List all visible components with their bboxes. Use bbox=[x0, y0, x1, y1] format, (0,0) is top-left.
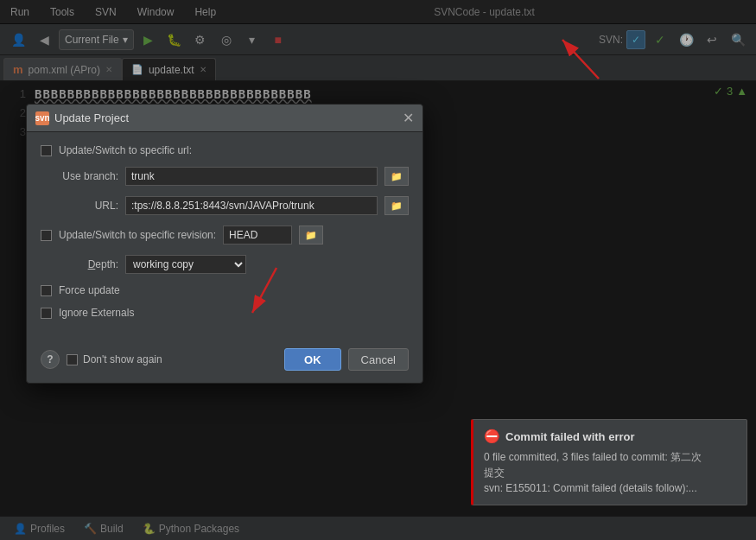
depth-select[interactable]: working copy infinity immediates files e… bbox=[125, 255, 246, 274]
depth-row: Depth: working copy infinity immediates … bbox=[41, 255, 409, 274]
checkbox-revision[interactable] bbox=[41, 230, 52, 241]
dialog-title-container: svn Update Project bbox=[35, 111, 129, 125]
error-body: 0 file committed, 3 files failed to comm… bbox=[484, 449, 736, 496]
checkbox-row-revision: Update/Switch to specific revision: 📁 bbox=[41, 226, 409, 245]
label-specific-url: Update/Switch to specific url: bbox=[59, 144, 192, 156]
branch-browse-btn[interactable]: 📁 bbox=[384, 167, 409, 186]
dialog-header: svn Update Project ✕ bbox=[27, 105, 422, 132]
checkbox-dont-show[interactable] bbox=[67, 354, 78, 365]
url-row: URL: 📁 bbox=[41, 196, 409, 215]
error-line2: 提交 bbox=[484, 465, 736, 480]
depth-label: Depth: bbox=[41, 258, 118, 270]
checkbox-specific-url[interactable] bbox=[41, 145, 52, 156]
branch-row: Use branch: 📁 bbox=[41, 167, 409, 186]
update-project-dialog: svn Update Project ✕ Update/Switch to sp… bbox=[26, 104, 423, 384]
checkbox-ignore-externals[interactable] bbox=[41, 308, 52, 319]
ignore-externals-row: Ignore Externals bbox=[41, 307, 409, 319]
dialog-svn-icon: svn bbox=[35, 111, 49, 125]
url-browse-btn[interactable]: 📁 bbox=[384, 196, 409, 215]
revision-input[interactable] bbox=[223, 226, 292, 245]
error-header: ⛔ Commit failed with error bbox=[484, 429, 736, 444]
force-update-row: Force update bbox=[41, 284, 409, 296]
error-line3: svn: E155011: Commit failed (details fol… bbox=[484, 480, 736, 496]
checkbox-row-specific-url: Update/Switch to specific url: bbox=[41, 144, 409, 156]
checkbox-force-update[interactable] bbox=[41, 285, 52, 296]
branch-input[interactable] bbox=[125, 167, 378, 186]
label-revision: Update/Switch to specific revision: bbox=[59, 229, 216, 241]
url-label: URL: bbox=[41, 200, 118, 212]
label-force-update: Force update bbox=[59, 284, 120, 296]
error-icon: ⛔ bbox=[484, 429, 500, 444]
dialog-body: Update/Switch to specific url: Use branc… bbox=[27, 132, 422, 341]
branch-label: Use branch: bbox=[41, 170, 118, 182]
url-input[interactable] bbox=[125, 196, 378, 215]
label-dont-show: Don't show again bbox=[83, 353, 162, 365]
error-notification: ⛔ Commit failed with error 0 file commit… bbox=[471, 419, 747, 505]
error-line1: 0 file committed, 3 files failed to comm… bbox=[484, 449, 736, 465]
dialog-footer: ? Don't show again OK Cancel bbox=[27, 341, 422, 383]
ok-button[interactable]: OK bbox=[284, 348, 341, 371]
cancel-button[interactable]: Cancel bbox=[348, 348, 409, 371]
revision-browse-btn[interactable]: 📁 bbox=[299, 226, 323, 245]
help-btn[interactable]: ? bbox=[41, 350, 60, 369]
dialog-title-text: Update Project bbox=[54, 111, 129, 124]
error-title: Commit failed with error bbox=[505, 430, 635, 443]
dont-show-row: Don't show again bbox=[67, 353, 277, 365]
dialog-close-btn[interactable]: ✕ bbox=[403, 111, 414, 125]
label-ignore-externals: Ignore Externals bbox=[59, 307, 134, 319]
